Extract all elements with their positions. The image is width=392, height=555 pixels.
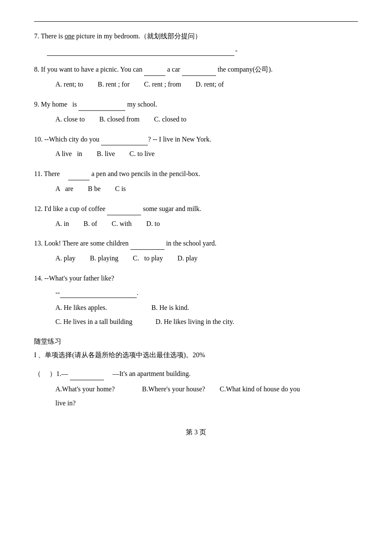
q10-option-a: A live in	[55, 150, 82, 157]
q10-option-c: C. to live	[130, 150, 155, 157]
q14-option-d: D. He likes living in the city.	[156, 318, 234, 325]
q11-option-b: B be	[88, 185, 101, 192]
q12-option-d: D. to	[146, 220, 160, 227]
q14-answer-area: --.	[55, 287, 358, 298]
q13-blank[interactable]	[130, 242, 164, 250]
q13-options: A. play B. playing C. to play D. play	[55, 252, 358, 265]
q13-text: 13. Look! There are some children in the…	[34, 237, 358, 250]
q14-period: .	[137, 289, 138, 296]
q11-option-c: C is	[115, 185, 126, 192]
q13-option-c: C. to play	[133, 254, 163, 262]
question-12: 12. I'd like a cup of coffee some sugar …	[34, 203, 358, 230]
q8-blank2[interactable]	[182, 68, 216, 76]
question-13: 13. Look! There are some children in the…	[34, 237, 358, 265]
q13-option-b: B. playing	[90, 254, 118, 262]
q12-blank[interactable]	[107, 208, 141, 215]
question-7: 7. There is one picture in my bedroom.（就…	[34, 30, 358, 56]
q14-answer-line[interactable]	[60, 290, 137, 298]
q9-option-b: B. closed from	[99, 116, 140, 123]
q7-number: 7.	[34, 32, 39, 40]
question-11: 11. There a pen and two pencils in the p…	[34, 168, 358, 195]
q12-option-c: C. with	[112, 220, 132, 227]
q11-blank[interactable]	[68, 173, 89, 180]
q8-blank1[interactable]	[144, 68, 165, 76]
q12-text: 12. I'd like a cup of coffee some sugar …	[34, 203, 358, 215]
section-q1-option-b: B.Where's your house?	[142, 385, 205, 393]
section-q1-options-row1: A.What's your home? B.Where's your house…	[55, 383, 358, 396]
q9-option-c: C. closed to	[154, 116, 187, 123]
section-q1-option-c-part2: live in?	[55, 399, 76, 407]
section-q1-options: A.What's your home? B.Where's your house…	[55, 383, 358, 410]
section-subtitle: I 、单项选择(请从各题所给的选项中选出最佳选项)。20%	[34, 350, 358, 361]
q9-text: 9. My home is my school.	[34, 98, 358, 111]
section-title: 随堂练习	[34, 336, 358, 347]
q14-option-a: A. He likes apples.	[55, 304, 107, 311]
q11-text: 11. There a pen and two pencils in the p…	[34, 168, 358, 180]
q13-option-a: A. play	[55, 254, 75, 262]
q12-option-b: B. of	[84, 220, 97, 227]
q14-options-row1: A. He likes apples. B. He is kind.	[55, 301, 358, 314]
q14-option-b: B. He is kind.	[151, 304, 189, 311]
top-divider-line	[34, 21, 358, 22]
q10-blank[interactable]	[101, 138, 148, 145]
page-footer: 第 3 页	[34, 427, 358, 438]
q14-option-c: C. He lives in a tall building	[55, 318, 133, 325]
q8-text: 8. If you want to have a picnic. You can…	[34, 64, 358, 76]
section-q1-blank[interactable]	[70, 373, 104, 380]
q7-underlined: one	[65, 32, 75, 40]
q14-text: 14. --What's your father like?	[34, 272, 358, 285]
q8-option-d: D. rent; of	[196, 81, 224, 88]
q14-dash-prefix: --	[55, 289, 60, 296]
q8-options: A. rent; to B. rent ; for C. rent ; from…	[55, 78, 358, 91]
q10-text: 10. --Which city do you ? -- I live in N…	[34, 133, 358, 146]
q10-options: A live in B. live C. to live	[55, 148, 358, 160]
q8-option-b: B. rent ; for	[98, 81, 130, 88]
section-q1: （ ）1.— —It's an apartment building. A.Wh…	[34, 368, 358, 410]
q8-option-c: C. rent ; from	[144, 81, 181, 88]
q14-options-row2: C. He lives in a tall building D. He lik…	[55, 315, 358, 328]
q14-options: A. He likes apples. B. He is kind. C. He…	[55, 301, 358, 328]
question-14: 14. --What's your father like? --. A. He…	[34, 272, 358, 328]
q9-options: A. close to B. closed from C. closed to	[55, 113, 358, 126]
section-q1-text: （ ）1.— —It's an apartment building.	[34, 368, 358, 380]
section-q1-option-a: A.What's your home?	[55, 385, 115, 393]
q9-option-a: A. close to	[55, 116, 85, 123]
q12-option-a: A. in	[55, 220, 69, 227]
q7-dash: -	[235, 45, 237, 56]
q11-options: A are B be C is	[55, 183, 358, 195]
q7-answer-line[interactable]	[47, 46, 234, 56]
q13-option-d: D. play	[177, 254, 197, 262]
q11-option-a: A are	[55, 185, 73, 192]
question-10: 10. --Which city do you ? -- I live in N…	[34, 133, 358, 161]
section-q1-options-row2: live in?	[55, 397, 358, 410]
q7-text: 7. There is one picture in my bedroom.（就…	[34, 30, 358, 43]
section-title-block: 随堂练习 I 、单项选择(请从各题所给的选项中选出最佳选项)。20%	[34, 336, 358, 360]
q7-answer-area: -	[47, 45, 358, 56]
q8-option-a: A. rent; to	[55, 81, 83, 88]
section-q1-option-c-part1: C.What kind of house do you	[219, 385, 300, 393]
q10-option-b: B. live	[97, 150, 115, 157]
q9-blank[interactable]	[78, 103, 125, 111]
q12-options: A. in B. of C. with D. to	[55, 218, 358, 230]
question-9: 9. My home is my school. A. close to B. …	[34, 98, 358, 126]
page-number-text: 第 3 页	[186, 428, 206, 436]
question-8: 8. If you want to have a picnic. You can…	[34, 64, 358, 91]
